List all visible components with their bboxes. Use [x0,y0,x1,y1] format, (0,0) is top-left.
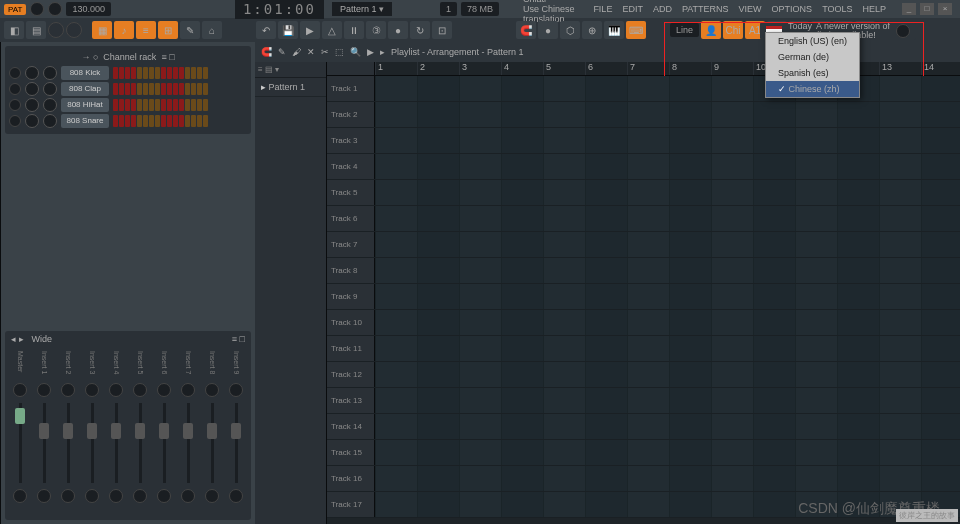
mixer-send-knob[interactable] [109,489,123,503]
mixer-fader[interactable] [235,403,238,483]
tool-btn[interactable]: ⊕ [582,21,602,39]
mixer-fader[interactable] [43,403,46,483]
track-lane[interactable] [375,440,960,465]
channel-button[interactable]: 808 Snare [61,114,109,128]
mixer-pan-knob[interactable] [133,383,147,397]
channel-row[interactable]: 808 Clap [9,82,247,96]
pat-mode-button[interactable]: PAT [4,4,26,15]
tool-btn[interactable]: ⌂ [202,21,222,39]
track-header[interactable]: Track 15 [327,440,375,465]
view-channel-button[interactable]: ≡ [136,21,156,39]
user-button[interactable]: 👤 [701,21,721,39]
track-header[interactable]: Track 12 [327,362,375,387]
record-button[interactable]: ● [538,21,558,39]
tool-btn[interactable]: ◧ [4,21,24,39]
magnet-icon[interactable]: 🧲 [261,47,272,57]
paint-tool-icon[interactable]: 🖌 [292,47,301,57]
track-header[interactable]: Track 4 [327,154,375,179]
view-playlist-button[interactable]: ▦ [92,21,112,39]
undo-button[interactable]: ↶ [256,21,276,39]
channel-button[interactable]: 808 Clap [61,82,109,96]
channel-pan-knob[interactable] [25,66,39,80]
countdown-button[interactable]: ③ [366,21,386,39]
mixer-send-knob[interactable] [133,489,147,503]
mixer-fader[interactable] [163,403,166,483]
step-button[interactable]: ⊡ [432,21,452,39]
menu-help[interactable]: HELP [858,4,890,14]
maximize-button[interactable]: □ [920,3,934,15]
track-lane[interactable] [375,466,960,491]
view-piano-button[interactable]: ♪ [114,21,134,39]
channel-button[interactable]: 808 HiHat [61,98,109,112]
mixer-channel[interactable]: Insert 9 [225,351,247,516]
mixer-pan-knob[interactable] [157,383,171,397]
play-tool-icon[interactable]: ▶ [367,47,374,57]
step-sequencer[interactable] [113,99,208,111]
save-button[interactable]: 💾 [278,21,298,39]
track-lane[interactable] [375,206,960,231]
track-lane[interactable] [375,232,960,257]
track-lane[interactable] [375,414,960,439]
track-header[interactable]: Track 6 [327,206,375,231]
mixer-channel[interactable]: Insert 3 [81,351,103,516]
wait-button[interactable]: ⏸ [344,21,364,39]
mixer-fader[interactable] [115,403,118,483]
mixer-send-knob[interactable] [13,489,27,503]
mixer-channel[interactable]: Insert 2 [57,351,79,516]
mixer-fader[interactable] [139,403,142,483]
mixer-channel[interactable]: Insert 7 [177,351,199,516]
track-header[interactable]: Track 5 [327,180,375,205]
snap-button[interactable]: 🧲 [516,21,536,39]
channel-pan-knob[interactable] [25,82,39,96]
midi-button[interactable]: 🎹 [604,21,624,39]
mixer-fader[interactable] [91,403,94,483]
track-header[interactable]: Track 16 [327,466,375,491]
channel-vol-knob[interactable] [43,82,57,96]
channel-led[interactable] [9,115,21,127]
lang-spanish[interactable]: Spanish (es) [766,65,859,81]
mixer-pan-knob[interactable] [109,383,123,397]
track-lane[interactable] [375,284,960,309]
mixer-send-knob[interactable] [61,489,75,503]
channel-button[interactable]: 808 Kick [61,66,109,80]
track-header[interactable]: Track 14 [327,414,375,439]
pitch-knob[interactable] [66,22,82,38]
chi-button[interactable]: Chi [723,21,743,39]
track-lane[interactable] [375,154,960,179]
draw-tool-icon[interactable]: ✎ [278,47,286,57]
track-header[interactable]: Track 13 [327,388,375,413]
channel-row[interactable]: 808 HiHat [9,98,247,112]
channel-row[interactable]: 808 Kick [9,66,247,80]
track-lane[interactable] [375,336,960,361]
mixer-fader[interactable] [19,403,22,483]
channel-pan-knob[interactable] [25,114,39,128]
track-header[interactable]: Track 2 [327,102,375,127]
typing-kb-button[interactable]: ⌨ [626,21,646,39]
track-lane[interactable] [375,310,960,335]
mixer-pan-knob[interactable] [85,383,99,397]
track-header[interactable]: Track 7 [327,232,375,257]
mixer-channel[interactable]: Insert 8 [201,351,223,516]
channel-led[interactable] [9,99,21,111]
snap-select[interactable]: Line [670,23,699,37]
track-header[interactable]: Track 17 [327,492,375,517]
round-btn-2[interactable] [48,2,62,16]
menu-file[interactable]: FILE [589,4,616,14]
track-header[interactable]: Track 3 [327,128,375,153]
mixer-send-knob[interactable] [37,489,51,503]
mixer-fader[interactable] [211,403,214,483]
timeline-ruler[interactable]: 1234567891011121314151617 [327,62,960,76]
mixer-pan-knob[interactable] [13,383,27,397]
tool-btn[interactable]: ⬡ [560,21,580,39]
metronome-button[interactable]: △ [322,21,342,39]
lang-chinese[interactable]: ✓ Chinese (zh) [766,81,859,97]
mixer-channel[interactable]: Insert 4 [105,351,127,516]
menu-add[interactable]: ADD [649,4,676,14]
mixer-pan-knob[interactable] [61,383,75,397]
track-header[interactable]: Track 9 [327,284,375,309]
track-lane[interactable] [375,362,960,387]
tool-btn[interactable]: ▤ [26,21,46,39]
render-button[interactable]: ▶ [300,21,320,39]
mixer-pan-knob[interactable] [181,383,195,397]
track-header[interactable]: Track 1 [327,76,375,101]
